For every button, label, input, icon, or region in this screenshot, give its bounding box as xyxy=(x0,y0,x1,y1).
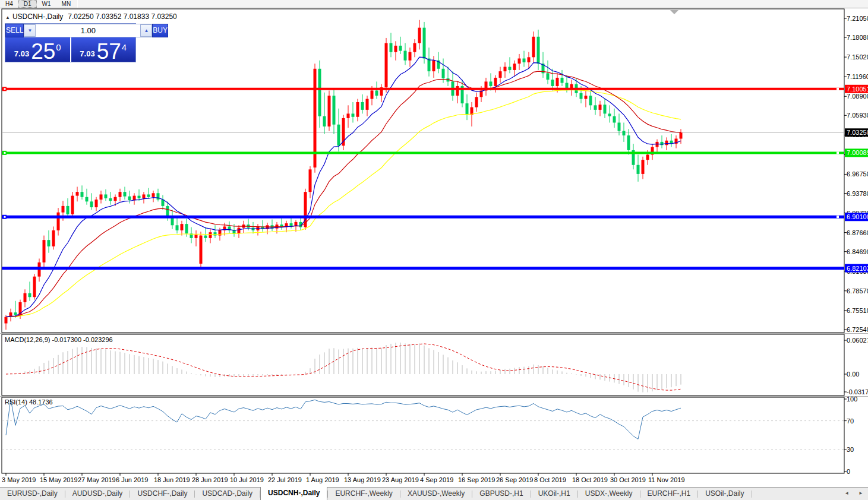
tab-ukoil-h1[interactable]: UKOil-,H1 xyxy=(531,488,577,500)
volume-spinner: ▼ ▲ xyxy=(24,24,152,37)
svg-text:7.10051: 7.10051 xyxy=(847,86,868,93)
svg-text:0: 0 xyxy=(847,468,850,475)
svg-text:13 Aug 2019: 13 Aug 2019 xyxy=(344,476,381,483)
sell-price-display[interactable]: 7.03 25 0 xyxy=(5,37,70,62)
symbol-tab-bar: EURUSD-,DailyAUDUSD-,DailyUSDCHF-,DailyU… xyxy=(0,487,868,500)
svg-text:6.87660: 6.87660 xyxy=(847,229,868,236)
svg-text:6.82103: 6.82103 xyxy=(847,265,868,272)
svg-text:7.03250: 7.03250 xyxy=(847,129,868,136)
svg-text:3 May 2019: 3 May 2019 xyxy=(2,476,36,483)
svg-text:0.00: 0.00 xyxy=(847,371,859,378)
buy-price-display[interactable]: 7.03 57 4 xyxy=(71,37,136,62)
tab-scroll-left-icon[interactable]: ◄ xyxy=(839,488,854,500)
svg-text:23 Aug 2019: 23 Aug 2019 xyxy=(382,476,419,483)
svg-text:-0.031725: -0.031725 xyxy=(847,388,868,395)
one-click-trading-panel: SELL ▼ ▲ BUY 7.03 25 0 7.03 57 4 xyxy=(5,23,136,62)
date-axis[interactable]: 3 May 201915 May 201927 May 20196 Jun 20… xyxy=(2,473,685,483)
mt4-terminal-window: { "toolbar": { "timeframes": [ { "label"… xyxy=(0,0,868,500)
svg-text:100: 100 xyxy=(847,395,857,403)
svg-text:26 Sep 2019: 26 Sep 2019 xyxy=(496,476,533,483)
chart-ohlc-values: 7.02250 7.03352 7.01833 7.03250 xyxy=(68,12,177,21)
tab-usdchf-daily[interactable]: USDCHF-,Daily xyxy=(130,488,194,500)
svg-text:30: 30 xyxy=(847,446,854,453)
panel-frames xyxy=(0,9,868,473)
volume-increase-button[interactable]: ▲ xyxy=(140,24,152,37)
tab-usdcad-daily[interactable]: USDCAD-,Daily xyxy=(195,488,260,500)
trade-widget-prices-row: 7.03 25 0 7.03 57 4 xyxy=(5,37,135,62)
chart-title: ▲USDCNH-,Daily7.02250 7.03352 7.01833 7.… xyxy=(5,12,177,21)
sell-price-prefix: 7.03 xyxy=(14,49,29,58)
svg-text:0.060273: 0.060273 xyxy=(847,337,868,344)
sell-price-superscript: 0 xyxy=(56,42,61,52)
svg-text:6.72540: 6.72540 xyxy=(847,326,868,333)
svg-text:7.21050: 7.21050 xyxy=(847,15,868,22)
tab-eurusd-daily[interactable]: EURUSD-,Daily xyxy=(0,488,65,500)
tab-eurchf-h1[interactable]: EURCHF-,H1 xyxy=(640,488,698,500)
svg-text:18 Jun 2019: 18 Jun 2019 xyxy=(154,476,190,483)
macd-indicator-label: MACD(12,26,9) -0.017300 -0.023296 xyxy=(5,336,113,343)
tab-xauusd-weekly[interactable]: XAUUSD-,Weekly xyxy=(400,488,472,500)
svg-text:22 Jul 2019: 22 Jul 2019 xyxy=(268,476,302,483)
buy-price-prefix: 7.03 xyxy=(80,49,94,58)
svg-text:7.18080: 7.18080 xyxy=(847,34,868,41)
svg-text:7.05930: 7.05930 xyxy=(847,112,868,119)
svg-text:6.96750: 6.96750 xyxy=(847,170,868,178)
sell-button[interactable]: SELL xyxy=(5,24,24,37)
svg-text:10 Jul 2019: 10 Jul 2019 xyxy=(230,476,264,483)
tab-eurchf-weekly[interactable]: EURCHF-,Weekly xyxy=(328,488,399,500)
tab-usdx-weekly[interactable]: USDX-,Weekly xyxy=(578,488,640,500)
svg-text:18 Oct 2019: 18 Oct 2019 xyxy=(572,476,608,483)
svg-text:6.93780: 6.93780 xyxy=(847,190,868,197)
tab-scroll-right-icon[interactable]: ► xyxy=(854,488,868,500)
svg-text:16 Sep 2019: 16 Sep 2019 xyxy=(458,476,495,483)
tab-gbpusd-h1[interactable]: GBPUSD-,H1 xyxy=(472,488,530,500)
tabbar-spacer xyxy=(752,488,840,500)
svg-text:6 Jun 2019: 6 Jun 2019 xyxy=(116,476,148,483)
buy-price-superscript: 4 xyxy=(122,42,127,52)
price-axis[interactable]: 7.210507.180807.150207.119607.089007.059… xyxy=(844,15,868,475)
svg-text:70: 70 xyxy=(847,417,854,425)
svg-text:30 Oct 2019: 30 Oct 2019 xyxy=(610,476,646,483)
svg-text:6.78570: 6.78570 xyxy=(847,287,868,295)
svg-text:27 May 2019: 27 May 2019 xyxy=(78,476,116,483)
svg-text:7.15020: 7.15020 xyxy=(847,53,868,61)
volume-input[interactable] xyxy=(36,24,140,37)
svg-text:28 Jun 2019: 28 Jun 2019 xyxy=(192,476,228,483)
sell-price-big-digits: 25 xyxy=(31,42,55,62)
buy-price-big-digits: 57 xyxy=(97,42,121,62)
svg-text:8 Oct 2019: 8 Oct 2019 xyxy=(534,476,566,483)
rsi-indicator-label: RSI(14) 48.1736 xyxy=(5,398,53,406)
svg-text:4 Sep 2019: 4 Sep 2019 xyxy=(420,476,453,483)
svg-text:7.08900: 7.08900 xyxy=(847,93,868,100)
volume-decrease-button[interactable]: ▼ xyxy=(24,24,36,37)
svg-text:6.84690: 6.84690 xyxy=(847,248,868,255)
svg-text:7.11960: 7.11960 xyxy=(847,73,868,80)
svg-text:7.00089: 7.00089 xyxy=(847,149,868,156)
chart-symbol-label: USDCNH-,Daily xyxy=(12,12,63,21)
svg-text:11 Nov 2019: 11 Nov 2019 xyxy=(648,476,685,483)
tab-audusd-daily[interactable]: AUDUSD-,Daily xyxy=(65,488,130,500)
chart-canvas[interactable]: 7.210507.180807.150207.119607.089007.059… xyxy=(0,0,868,487)
collapse-triangle-icon: ▲ xyxy=(5,15,10,20)
svg-text:15 May 2019: 15 May 2019 xyxy=(40,476,78,483)
svg-text:6.75510: 6.75510 xyxy=(847,307,868,314)
tab-usoil-daily[interactable]: USOil-,Daily xyxy=(698,488,751,500)
trade-widget-top-row: SELL ▼ ▲ BUY xyxy=(5,24,135,37)
svg-text:1 Aug 2019: 1 Aug 2019 xyxy=(306,476,339,483)
svg-text:6.90100: 6.90100 xyxy=(847,213,868,220)
buy-button[interactable]: BUY xyxy=(152,24,168,37)
tab-usdcnh-daily[interactable]: USDCNH-,Daily xyxy=(260,487,327,500)
